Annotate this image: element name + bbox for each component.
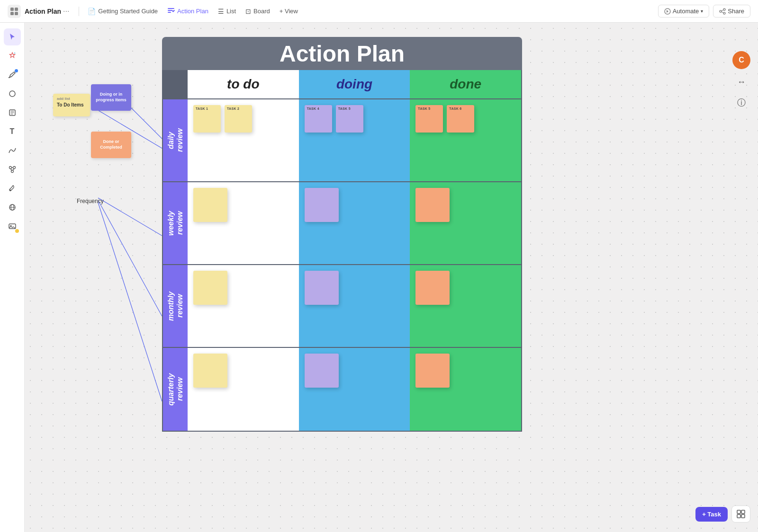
tools-tool[interactable]	[4, 180, 21, 197]
tab-action-plan[interactable]: Action Plan	[162, 4, 213, 18]
doc-icon: 📄	[88, 8, 96, 15]
svg-point-13	[13, 167, 15, 169]
board-title: Action Plan	[280, 41, 405, 67]
tab-add-view-label: + View	[280, 8, 298, 15]
action-plan-board: Action Plan to do doing done dailyreview…	[162, 37, 522, 432]
top-nav: Action Plan ··· 📄 Getting Started Guide …	[0, 0, 758, 23]
svg-line-26	[98, 198, 162, 236]
cell-quarterly-todo-inner	[193, 354, 293, 388]
shapes-tool[interactable]	[4, 85, 21, 102]
sticky-monthly-done[interactable]	[415, 271, 450, 305]
sticky-task2-label: TASK 2	[227, 107, 250, 110]
note-tool[interactable]	[4, 104, 21, 121]
sticky-weekly-done[interactable]	[415, 188, 450, 222]
select-tool[interactable]	[4, 28, 21, 45]
sticky-monthly-doing[interactable]	[305, 271, 339, 305]
globe-tool[interactable]	[4, 199, 21, 216]
add-task-button[interactable]: + Task	[695, 507, 728, 522]
cell-daily-done[interactable]: TASK 5 TASK 6	[410, 99, 521, 181]
tab-board[interactable]: ⊡ Board	[241, 5, 275, 18]
cell-weekly-done[interactable]	[410, 182, 521, 264]
cell-quarterly-done[interactable]	[410, 348, 521, 431]
row-label-quarterly: quarterlyreview	[163, 348, 188, 431]
ai-create-tool[interactable]	[4, 47, 21, 64]
row-monthly: monthlyreview	[163, 265, 521, 348]
svg-point-18	[9, 190, 11, 191]
sticky-task2[interactable]: TASK 2	[225, 105, 252, 133]
automate-button[interactable]: Automate ▾	[658, 5, 710, 18]
tab-board-label: Board	[253, 8, 270, 15]
cell-monthly-done[interactable]	[410, 265, 521, 347]
sticky-task4[interactable]: TASK 4	[305, 105, 332, 133]
sticky-task6[interactable]: TASK 6	[447, 105, 474, 133]
right-toolbar: C ↔ ⓘ	[732, 51, 750, 111]
share-button[interactable]: Share	[713, 5, 750, 18]
svg-rect-3	[15, 12, 18, 15]
cell-daily-done-inner: TASK 5 TASK 6	[415, 105, 515, 133]
svg-point-10	[9, 91, 15, 97]
cell-quarterly-doing-inner	[305, 354, 405, 388]
pen-tool[interactable]	[4, 66, 21, 83]
connectors-tool[interactable]	[4, 161, 21, 178]
app-logo	[8, 5, 21, 18]
col-header-todo: to do	[188, 70, 299, 98]
sticky-task5-done[interactable]: TASK 5	[415, 105, 443, 133]
legend-done: Done or Completed	[91, 132, 131, 158]
cell-monthly-done-inner	[415, 271, 515, 305]
svg-line-16	[13, 169, 14, 170]
nav-dots[interactable]: ···	[63, 7, 69, 16]
sticky-quarterly-todo[interactable]	[193, 354, 227, 388]
left-toolbar: T	[0, 23, 25, 532]
cell-weekly-todo[interactable]	[188, 182, 299, 264]
legend-doing: Doing or in progress Items	[91, 84, 131, 111]
info-icon[interactable]: ⓘ	[733, 95, 749, 111]
svg-point-5	[723, 9, 725, 10]
svg-rect-29	[737, 510, 740, 514]
user-avatar[interactable]: C	[732, 51, 750, 69]
sticky-weekly-todo[interactable]	[193, 188, 227, 222]
row-weekly: weeklyreview	[163, 182, 521, 265]
svg-point-6	[720, 10, 722, 12]
text-tool[interactable]: T	[4, 123, 21, 140]
col-header-empty	[163, 70, 188, 98]
smart-draw-tool[interactable]	[4, 142, 21, 159]
board-title-bar: Action Plan	[162, 37, 522, 70]
sticky-task1[interactable]: TASK 1	[193, 105, 221, 133]
sticky-weekly-doing[interactable]	[305, 188, 339, 222]
cell-quarterly-done-inner	[415, 354, 515, 388]
image-dot	[15, 229, 19, 233]
image-tool[interactable]	[4, 218, 21, 235]
tab-list[interactable]: ☰ List	[213, 5, 241, 18]
sticky-task5[interactable]: TASK 5	[336, 105, 363, 133]
tab-list-label: List	[226, 8, 236, 15]
tab-add-view[interactable]: + View	[275, 5, 303, 18]
legend-todo: add list To Do Items	[53, 94, 90, 116]
row-label-weekly: weeklyreview	[163, 182, 188, 264]
tab-action-plan-label: Action Plan	[177, 8, 208, 15]
cell-weekly-doing[interactable]	[299, 182, 410, 264]
grid-button[interactable]	[731, 505, 750, 523]
sticky-monthly-todo[interactable]	[193, 271, 227, 305]
cell-monthly-doing[interactable]	[299, 265, 410, 347]
expand-icon[interactable]: ↔	[733, 74, 749, 90]
svg-rect-32	[741, 514, 745, 518]
row-daily: dailyreview TASK 1 TASK 2 TASK 4	[163, 99, 521, 182]
svg-line-8	[722, 10, 723, 11]
frequency-label: Frequency	[77, 198, 104, 204]
col-header-doing: doing	[299, 70, 410, 98]
grid-icon	[737, 510, 745, 518]
canvas[interactable]: add list To Do Items Doing or in progres…	[25, 23, 758, 532]
svg-point-12	[9, 167, 11, 169]
col-headers: to do doing done	[163, 70, 521, 99]
cell-daily-doing[interactable]: TASK 4 TASK 5	[299, 99, 410, 181]
tab-getting-started[interactable]: 📄 Getting Started Guide	[83, 5, 162, 18]
svg-point-14	[11, 170, 13, 173]
sticky-quarterly-doing[interactable]	[305, 354, 339, 388]
cell-monthly-todo[interactable]	[188, 265, 299, 347]
cell-quarterly-doing[interactable]	[299, 348, 410, 431]
list-icon: ☰	[218, 8, 224, 15]
svg-rect-30	[741, 510, 745, 514]
sticky-quarterly-done[interactable]	[415, 354, 450, 388]
cell-daily-todo[interactable]: TASK 1 TASK 2	[188, 99, 299, 181]
cell-quarterly-todo[interactable]	[188, 348, 299, 431]
